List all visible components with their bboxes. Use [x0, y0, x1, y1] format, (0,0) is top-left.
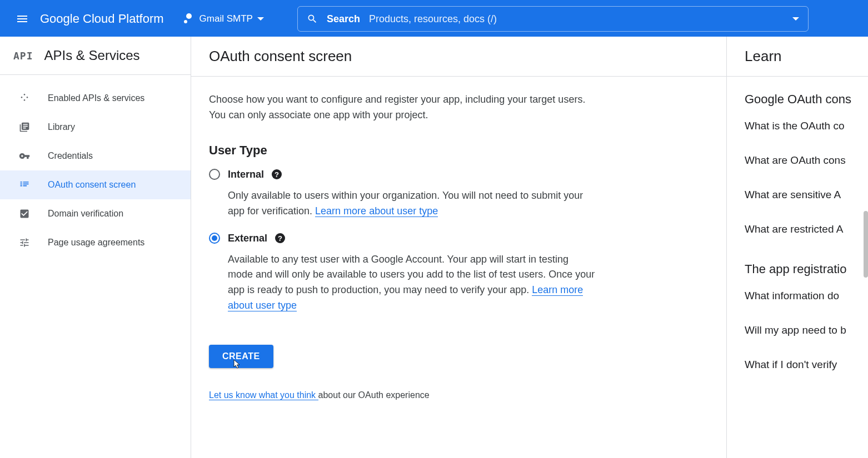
learn-item[interactable]: What information do: [745, 290, 868, 302]
sidebar-item-label: Page usage agreements: [48, 238, 144, 248]
create-button[interactable]: CREATE: [209, 345, 273, 368]
page-usage-icon: [19, 237, 30, 248]
internal-description: Only available to users within your orga…: [228, 188, 596, 219]
learn-item[interactable]: What if I don't verify: [745, 359, 868, 371]
radio-option-external: External ? Available to any test user wi…: [209, 233, 596, 314]
search-placeholder: Products, resources, docs (/): [369, 13, 784, 25]
scrollbar-thumb[interactable]: [864, 211, 868, 278]
main-content: OAuth consent screen Choose how you want…: [191, 37, 727, 458]
search-box[interactable]: Search Products, resources, docs (/): [297, 6, 809, 32]
key-icon: [19, 150, 30, 162]
sidebar-item-label: Enabled APIs & services: [48, 93, 144, 103]
learn-item[interactable]: What are restricted A: [745, 223, 868, 235]
radio-label-external: External: [228, 233, 267, 244]
radio-option-internal: Internal ? Only available to users withi…: [209, 169, 596, 219]
project-name: Gmail SMTP: [199, 13, 253, 24]
sidebar-item-label: OAuth consent screen: [48, 180, 136, 190]
search-label: Search: [327, 13, 360, 25]
library-icon: [19, 122, 30, 133]
hamburger-menu-icon[interactable]: [9, 6, 36, 32]
sidebar-item-enabled-apis[interactable]: Enabled APIs & services: [0, 84, 191, 113]
radio-internal[interactable]: [209, 169, 220, 180]
sidebar-item-oauth-consent[interactable]: OAuth consent screen: [0, 170, 191, 199]
learn-panel: Learn Google OAuth cons What is the OAut…: [727, 37, 868, 458]
sidebar-item-domain-verification[interactable]: Domain verification: [0, 199, 191, 228]
sidebar-item-credentials[interactable]: Credentials: [0, 142, 191, 170]
sidebar-title: APIs & Services: [44, 48, 140, 63]
feedback-text: Let us know what you think about our OAu…: [209, 390, 596, 400]
project-icon: [184, 13, 195, 24]
project-selector[interactable]: Gmail SMTP: [177, 9, 271, 29]
header-bar: Google Cloud Platform Gmail SMTP Search …: [0, 1, 868, 37]
help-icon[interactable]: ?: [275, 233, 285, 243]
sidebar-header: API APIs & Services: [0, 37, 191, 75]
learn-item[interactable]: What are sensitive A: [745, 189, 868, 201]
page-title: OAuth consent screen: [191, 37, 726, 77]
consent-screen-icon: [19, 179, 30, 190]
diamond-icon: [19, 93, 30, 104]
help-icon[interactable]: ?: [272, 169, 282, 179]
sidebar-item-label: Domain verification: [48, 209, 123, 219]
external-description: Available to any test user with a Google…: [228, 252, 596, 314]
learn-section-title: Google OAuth cons: [745, 92, 868, 107]
radio-label-internal: Internal: [228, 169, 264, 180]
learn-heading: Learn: [727, 37, 868, 77]
sidebar-item-library[interactable]: Library: [0, 113, 191, 142]
sidebar-item-page-usage[interactable]: Page usage agreements: [0, 228, 191, 257]
chevron-down-icon: [792, 17, 799, 21]
radio-external[interactable]: [209, 233, 220, 244]
feedback-link[interactable]: Let us know what you think: [209, 390, 318, 400]
search-icon: [307, 13, 318, 24]
sidebar: API APIs & Services Enabled APIs & servi…: [0, 37, 191, 458]
gcp-logo[interactable]: Google Cloud Platform: [40, 12, 164, 26]
learn-item[interactable]: Will my app need to b: [745, 324, 868, 336]
learn-item[interactable]: What is the OAuth co: [745, 120, 868, 132]
cursor-icon: [233, 359, 242, 370]
sidebar-item-label: Credentials: [48, 151, 93, 161]
sidebar-item-label: Library: [48, 122, 75, 132]
user-type-heading: User Type: [209, 143, 596, 158]
learn-section-title: The app registratio: [745, 262, 868, 276]
verified-icon: [19, 208, 30, 219]
chevron-down-icon: [257, 17, 264, 21]
learn-more-internal-link[interactable]: Learn more about user type: [315, 205, 438, 217]
learn-item[interactable]: What are OAuth cons: [745, 154, 868, 167]
api-icon: API: [13, 50, 33, 62]
intro-text: Choose how you want to configure and reg…: [209, 92, 596, 123]
